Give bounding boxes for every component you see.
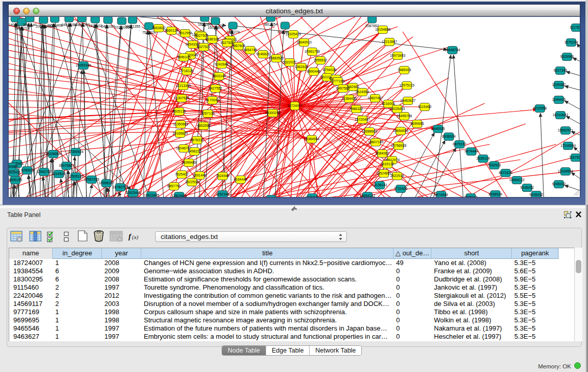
svg-text:8186328: 8186328 (206, 37, 220, 41)
svg-text:9777169: 9777169 (331, 79, 345, 83)
svg-text:3624554: 3624554 (356, 90, 369, 94)
svg-text:8215958: 8215958 (533, 106, 547, 110)
svg-text:4853594: 4853594 (197, 124, 211, 127)
svg-text:13325419: 13325419 (286, 32, 301, 36)
svg-text:1156829: 1156829 (20, 168, 34, 172)
svg-text:10756928: 10756928 (391, 144, 406, 147)
svg-text:19384554: 19384554 (304, 137, 319, 141)
svg-text:9146821: 9146821 (256, 52, 270, 56)
svg-text:10688609: 10688609 (362, 129, 377, 133)
svg-text:15692971: 15692971 (558, 128, 573, 132)
svg-text:2935114: 2935114 (476, 157, 490, 160)
svg-text:1498222: 1498222 (188, 149, 202, 153)
svg-text:6216001: 6216001 (382, 102, 396, 105)
svg-text:2967608: 2967608 (232, 44, 246, 48)
svg-text:10961758: 10961758 (304, 50, 320, 53)
svg-text:7625402: 7625402 (175, 172, 189, 176)
svg-text:8327521: 8327521 (197, 45, 211, 49)
svg-text:3267130: 3267130 (201, 112, 215, 115)
svg-text:7632621: 7632621 (488, 163, 502, 167)
svg-text:10654122: 10654122 (509, 178, 525, 182)
svg-text:12923446: 12923446 (125, 191, 141, 194)
svg-text:19463627: 19463627 (400, 99, 416, 102)
svg-text:12213967: 12213967 (382, 40, 397, 43)
svg-text:1117534: 1117534 (570, 26, 580, 29)
svg-text:9245032: 9245032 (530, 193, 543, 196)
svg-text:20591408: 20591408 (47, 24, 62, 27)
svg-text:7986322: 7986322 (350, 107, 363, 111)
svg-text:1244415: 1244415 (552, 98, 566, 101)
svg-text:7955812: 7955812 (314, 58, 328, 62)
svg-text:8813054: 8813054 (264, 23, 278, 26)
svg-text:9474444: 9474444 (434, 193, 448, 196)
svg-text:19654923: 19654923 (393, 129, 408, 133)
svg-text:10025453: 10025453 (389, 107, 405, 111)
svg-text:9329966: 9329966 (560, 55, 574, 58)
svg-text:14923405: 14923405 (144, 193, 159, 197)
svg-text:10973493: 10973493 (390, 54, 405, 57)
svg-text:1114519: 1114519 (52, 172, 66, 176)
svg-text:7515524: 7515524 (142, 31, 156, 34)
svg-text:8164443: 8164443 (234, 178, 248, 181)
svg-text:10807487: 10807487 (367, 96, 383, 100)
svg-text:8938924: 8938924 (489, 192, 503, 196)
svg-text:12823405: 12823405 (171, 194, 187, 197)
svg-text:11350681: 11350681 (173, 122, 188, 126)
svg-text:f: f (128, 232, 132, 240)
svg-text:1292346: 1292346 (216, 192, 230, 196)
svg-text:1691440: 1691440 (193, 173, 207, 177)
svg-text:11307528: 11307528 (174, 96, 189, 100)
svg-text:9857791: 9857791 (167, 184, 181, 188)
svg-text:7357274: 7357274 (226, 30, 240, 34)
svg-text:2087652: 2087652 (365, 24, 379, 28)
svg-text:16210643: 16210643 (553, 113, 568, 117)
svg-text:15883520: 15883520 (269, 56, 284, 60)
svg-text:9327505: 9327505 (195, 34, 209, 37)
svg-text:2069140: 2069140 (23, 23, 37, 27)
svg-text:9699695: 9699695 (410, 122, 424, 125)
svg-text:2522514: 2522514 (185, 180, 199, 184)
svg-text:5322037: 5322037 (283, 60, 297, 64)
svg-text:12942757: 12942757 (36, 170, 52, 173)
svg-text:17359924: 17359924 (68, 150, 83, 154)
svg-text:18724007: 18724007 (287, 104, 302, 107)
svg-text:18300295: 18300295 (265, 111, 280, 115)
svg-text:1640935: 1640935 (431, 127, 445, 130)
svg-text:(x): (x) (132, 234, 139, 240)
svg-text:20206556: 20206556 (46, 152, 61, 156)
svg-text:14099489: 14099489 (181, 161, 197, 164)
svg-text:16782759: 16782759 (113, 185, 128, 189)
svg-text:26053346: 26053346 (76, 63, 91, 67)
svg-text:2803144: 2803144 (212, 74, 226, 78)
svg-text:9505135: 9505135 (172, 110, 186, 113)
svg-text:9896105: 9896105 (177, 55, 191, 59)
svg-text:8660124: 8660124 (165, 29, 179, 32)
svg-text:13524851: 13524851 (376, 171, 391, 175)
svg-text:18640910: 18640910 (296, 40, 312, 44)
svg-text:7485003: 7485003 (398, 68, 411, 72)
svg-text:15720407: 15720407 (355, 118, 370, 121)
svg-text:7524940: 7524940 (216, 174, 230, 178)
svg-text:1150680: 1150680 (9, 165, 18, 168)
svg-text:8938924: 8938924 (442, 135, 456, 138)
svg-text:14055724: 14055724 (14, 27, 30, 30)
svg-text:6794028: 6794028 (323, 68, 337, 72)
svg-text:12975115: 12975115 (399, 83, 415, 87)
svg-text:9505195: 9505195 (9, 178, 22, 182)
svg-text:8990448: 8990448 (307, 70, 321, 73)
svg-text:12213369: 12213369 (176, 84, 191, 87)
svg-text:17016504: 17016504 (560, 144, 576, 147)
svg-text:2935114: 2935114 (464, 195, 477, 197)
svg-text:1209387: 1209387 (552, 83, 566, 86)
svg-text:21364436: 21364436 (341, 97, 357, 100)
svg-text:9115460: 9115460 (418, 105, 431, 108)
svg-text:10958167: 10958167 (99, 181, 114, 185)
svg-text:2522514: 2522514 (390, 174, 404, 178)
svg-text:1575104: 1575104 (564, 40, 578, 44)
svg-text:1362615: 1362615 (295, 65, 309, 69)
svg-text:6879197: 6879197 (453, 142, 467, 146)
svg-text:8471676: 8471676 (499, 171, 513, 174)
svg-text:8578331: 8578331 (190, 138, 204, 142)
svg-text:1167534: 1167534 (569, 156, 580, 159)
svg-text:16671355: 16671355 (125, 25, 140, 28)
